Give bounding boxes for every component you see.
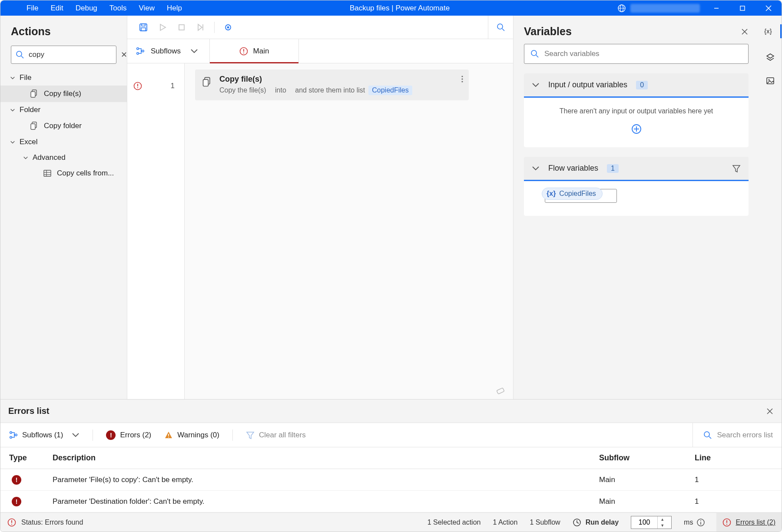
status-subflows: 1 Subflow [530, 519, 560, 526]
error-row[interactable]: ! Parameter 'File(s) to copy': Can't be … [0, 469, 782, 491]
errors-table-header: Type Description Subflow Line [0, 447, 782, 469]
error-description: Parameter 'Destination folder': Can't be… [53, 497, 599, 506]
menu-file[interactable]: File [27, 4, 38, 13]
error-line: 1 [695, 476, 773, 484]
environment-name [630, 4, 700, 13]
flow-variable-copiedfiles[interactable]: {x} CopiedFiles [545, 189, 617, 203]
actions-search[interactable]: ✕ [11, 46, 116, 64]
subflows-dropdown[interactable]: Subflows [127, 39, 210, 63]
add-io-variable-button[interactable] [631, 124, 642, 134]
step-copy-files[interactable]: Copy file(s) Copy the file(s) into and s… [195, 69, 469, 100]
error-line: 1 [695, 497, 773, 506]
group-advanced[interactable]: Advanced [0, 150, 127, 165]
chevron-down-icon [23, 155, 28, 160]
flow-variable-name: CopiedFiles [559, 190, 596, 198]
chevron-down-icon [10, 75, 15, 80]
variable-token-copiedfiles[interactable]: CopiedFiles [368, 86, 412, 95]
action-copy-folder[interactable]: Copy folder [0, 118, 127, 134]
rail-variables-button[interactable] [759, 24, 782, 38]
run-delay-label: Run delay [586, 519, 619, 526]
svg-rect-48 [740, 6, 745, 10]
group-folder[interactable]: Folder [0, 102, 127, 118]
step-title: Copy file(s) [219, 75, 412, 84]
actions-search-input[interactable] [29, 50, 121, 59]
warning-icon [164, 431, 173, 439]
steps-area[interactable]: Copy file(s) Copy the file(s) into and s… [185, 63, 513, 399]
rail-images-button[interactable] [766, 76, 775, 85]
error-description: Parameter 'File(s) to copy': Can't be em… [53, 476, 599, 484]
tab-main[interactable]: Main [210, 39, 299, 63]
run-delay-field[interactable]: ▲▼ [631, 516, 672, 529]
menu-tools[interactable]: Tools [109, 4, 127, 13]
spin-down[interactable]: ▼ [658, 522, 667, 529]
flow-variables-header[interactable]: Flow variables 1 [524, 157, 749, 181]
chevron-down-icon [532, 165, 540, 172]
eraser-button[interactable] [496, 385, 505, 395]
rail-ui-elements-button[interactable] [766, 53, 775, 62]
menu-help[interactable]: Help [167, 4, 182, 13]
group-file-label: File [20, 73, 31, 82]
col-subflow[interactable]: Subflow [599, 453, 695, 463]
actions-panel: Actions ✕ File Copy file(s) Folder Copy … [0, 16, 127, 399]
error-icon [133, 82, 142, 90]
subflows-label: Subflows [151, 47, 181, 56]
excel-icon [43, 169, 52, 178]
designer-search-button[interactable] [488, 16, 513, 39]
variables-search[interactable] [524, 44, 749, 64]
line-number: 1 [171, 82, 175, 90]
status-actions: 1 Action [493, 519, 517, 526]
close-icon[interactable] [741, 28, 749, 36]
errors-filter-errors[interactable]: ! Errors (2) [106, 430, 151, 440]
maximize-button[interactable] [729, 0, 755, 16]
group-advanced-label: Advanced [33, 153, 66, 162]
save-button[interactable] [135, 19, 152, 36]
action-copy-cells[interactable]: Copy cells from... [0, 165, 127, 181]
errors-list-toggle[interactable]: Errors list (2) [716, 513, 782, 532]
window-title: Backup files | Power Automate [182, 4, 617, 13]
action-copy-files[interactable]: Copy file(s) [0, 86, 127, 102]
spin-up[interactable]: ▲ [658, 516, 667, 522]
clear-search-icon[interactable]: ✕ [121, 50, 127, 59]
subflow-icon [136, 47, 145, 56]
error-icon [722, 518, 731, 527]
chevron-down-icon [10, 107, 15, 112]
close-window-button[interactable] [755, 0, 782, 16]
col-type[interactable]: Type [9, 453, 53, 463]
step-button[interactable] [192, 19, 209, 36]
menu-view[interactable]: View [139, 4, 155, 13]
record-button[interactable] [220, 19, 236, 36]
io-empty-text: There aren't any input or output variabl… [532, 107, 741, 115]
menu-edit[interactable]: Edit [50, 4, 63, 13]
group-file[interactable]: File [0, 70, 127, 86]
error-row[interactable]: ! Parameter 'Destination folder': Can't … [0, 491, 782, 512]
action-copy-cells-label: Copy cells from... [57, 169, 114, 178]
chevron-down-icon [10, 139, 15, 145]
status-selected: 1 Selected action [427, 519, 481, 526]
variables-search-input[interactable] [544, 50, 742, 58]
step-menu-button[interactable] [461, 75, 464, 83]
environment-picker[interactable] [617, 4, 703, 13]
col-line[interactable]: Line [695, 453, 773, 463]
menu-debug[interactable]: Debug [76, 4, 97, 13]
group-excel[interactable]: Excel [0, 134, 127, 150]
error-subflow: Main [599, 476, 695, 484]
col-description[interactable]: Description [53, 453, 599, 463]
info-icon[interactable] [696, 518, 705, 527]
run-delay-input[interactable] [631, 519, 657, 526]
stop-button[interactable] [173, 19, 190, 36]
io-variables-header[interactable]: Input / output variables 0 [524, 73, 749, 98]
error-icon: ! [12, 497, 21, 506]
error-icon [7, 518, 16, 527]
errors-search[interactable]: Search errors list [693, 423, 773, 447]
clear-filters-button[interactable]: Clear all filters [246, 431, 306, 439]
clear-filters-label: Clear all filters [259, 431, 306, 439]
tab-main-label: Main [253, 47, 269, 56]
errors-filter-warnings[interactable]: Warnings (0) [164, 431, 219, 439]
run-button[interactable] [154, 19, 171, 36]
variables-heading: Variables [524, 25, 572, 38]
variables-panel: Variables Input / output variables 0 The… [514, 16, 759, 399]
filter-icon[interactable] [732, 164, 741, 173]
errors-subflows-filter[interactable]: Subflows (1) [9, 431, 80, 439]
minimize-button[interactable] [703, 0, 729, 16]
close-icon[interactable] [766, 407, 774, 415]
